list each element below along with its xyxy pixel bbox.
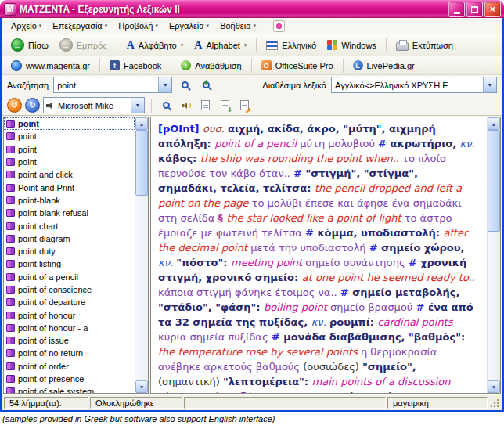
voice-value: Microsoft Mike	[55, 101, 131, 110]
list-item[interactable]: point-blank	[4, 194, 135, 207]
history-back-button[interactable]: ↺	[7, 98, 22, 113]
greek-keyboard-button[interactable]: Ελληνικό	[261, 39, 321, 52]
word-list-scrollbar[interactable]: ▲ ▼	[135, 117, 148, 393]
list-item[interactable]: point chart	[4, 219, 135, 232]
book-icon	[6, 273, 15, 281]
search-bar: Αναζήτηση ▼ Διαθέσιμα λεξικά Αγγλικό<>Ελ…	[2, 75, 502, 95]
list-item[interactable]: Point and Print	[4, 181, 135, 193]
dictionary-combo-dropdown[interactable]: ▼	[483, 77, 496, 92]
list-item[interactable]: point of honour	[4, 308, 135, 321]
minimize-button[interactable]	[448, 2, 465, 17]
alphabet-greek-button[interactable]: A Αλφάβητο ▾	[122, 38, 189, 52]
list-item[interactable]: point	[4, 156, 135, 168]
entry-segment-tr: κύρια σημεία συζήτησης	[158, 391, 287, 393]
list-item[interactable]: point of honour - a	[4, 322, 135, 334]
entry-scrollbar[interactable]: ▲ ▼	[487, 117, 500, 393]
scroll-up-button[interactable]: ▲	[135, 117, 148, 130]
windows-keyboard-button[interactable]: Windows	[322, 38, 381, 52]
list-item[interactable]: point of no return	[4, 347, 135, 359]
edit-notes-button[interactable]	[236, 97, 253, 113]
list-item-label: point duty	[18, 247, 56, 256]
entry-segment-gloss: κόμμα, υποδιαστολή:	[317, 227, 443, 239]
link-magenta-site[interactable]: www.magenta.gr	[6, 59, 95, 73]
resize-grip[interactable]	[489, 397, 500, 409]
list-item[interactable]: point and click	[4, 168, 135, 181]
back-label: Πίσω	[28, 41, 49, 50]
entry-segment-plain: (ουσιώδες)	[303, 361, 362, 373]
list-item[interactable]: point	[4, 143, 135, 156]
close-icon: ×	[490, 4, 495, 15]
entry-segment-tr: σημείο συνάντησης	[305, 257, 408, 268]
book-icon	[6, 209, 15, 217]
add-entry-button[interactable]	[217, 97, 233, 113]
alphabet-english-button[interactable]: A Alphabet ▾	[189, 38, 251, 52]
list-item-label: point	[18, 131, 37, 141]
search-button[interactable]	[177, 77, 193, 93]
scroll-thumb[interactable]	[135, 130, 148, 196]
scroll-track[interactable]	[488, 130, 500, 380]
close-button[interactable]: ×	[484, 2, 501, 17]
list-item-label: point chart	[18, 222, 58, 231]
list-item[interactable]: point diagram	[4, 232, 135, 245]
scroll-up-button[interactable]: ▲	[488, 117, 500, 130]
search-input[interactable]	[54, 81, 158, 90]
entry-segment-gloss: σημείο χώρου,	[381, 242, 464, 254]
list-item[interactable]: point duty	[4, 245, 135, 258]
list-item-label: point	[18, 145, 37, 154]
entry-segment-gloss: "λεπτομέρεια":	[223, 376, 312, 387]
list-item[interactable]: point of conscience	[4, 283, 135, 296]
zoom-button[interactable]	[158, 97, 175, 113]
voice-combo[interactable]: Microsoft Mike ▼	[43, 97, 145, 113]
link-livepedia[interactable]: L LivePedia.gr	[348, 59, 419, 72]
list-item[interactable]: point of order	[4, 360, 135, 373]
list-item[interactable]: point of presence	[4, 373, 135, 385]
entry-segment-tr: κύρια σημεία πυξίδας	[158, 331, 272, 343]
list-item[interactable]: point	[4, 117, 135, 130]
list-item[interactable]: point of sale system	[4, 385, 135, 393]
menu-item-tools[interactable]: Εργαλεία▾	[164, 20, 214, 32]
list-item-label: point of issue	[18, 336, 69, 345]
voice-combo-dropdown[interactable]: ▼	[131, 98, 144, 113]
scroll-thumb[interactable]	[488, 130, 500, 232]
scroll-down-button[interactable]: ▼	[488, 380, 500, 393]
list-item[interactable]: point listing	[4, 258, 135, 270]
menu-bar: Αρχείο▾Επεξεργασία▾Προβολή▾Εργαλεία▾Βοήθ…	[2, 18, 502, 34]
book-icon	[6, 312, 15, 319]
alphabet-greek-icon: A	[127, 40, 135, 51]
advanced-search-button[interactable]	[198, 77, 214, 93]
list-item[interactable]: point-blank refusal	[4, 207, 135, 219]
sound-wave-icon	[189, 103, 191, 108]
officesuite-icon: O	[261, 60, 272, 70]
print-button[interactable]: Εκτύπωση	[391, 38, 458, 52]
list-item[interactable]: point of departure	[4, 296, 135, 308]
list-item[interactable]: point of issue	[4, 334, 135, 347]
scroll-track[interactable]	[135, 130, 148, 380]
copy-entry-button[interactable]	[197, 97, 214, 113]
book-icon	[6, 222, 15, 230]
dictionary-combo[interactable]: Αγγλικό<>Ελληνικό ΧΡΥΣΗ Ε ▼	[331, 77, 497, 93]
menu-item-label: Βοήθεια	[220, 21, 250, 31]
book-icon	[6, 286, 15, 294]
livepedia-icon: L	[353, 60, 363, 70]
list-item[interactable]: point	[4, 130, 135, 142]
speak-entry-button[interactable]	[178, 97, 194, 113]
link-facebook[interactable]: f Facebook	[105, 59, 166, 72]
link-upgrade[interactable]: ↑ Αναβάθμιση	[176, 59, 247, 72]
magenta-icon[interactable]	[273, 20, 285, 32]
forward-button[interactable]: → Εμπρός	[55, 37, 112, 53]
menu-item-edit[interactable]: Επεξεργασία▾	[47, 20, 113, 32]
title-bar[interactable]: M MATZENTA - Εξερευνητής Λεξικών II ×	[0, 0, 504, 18]
word-list-pane: pointpointpointpointpoint and clickPoint…	[3, 117, 149, 394]
maximize-button[interactable]	[466, 2, 483, 17]
menu-item-help[interactable]: Βοήθεια▾	[214, 20, 261, 32]
search-combo-dropdown[interactable]: ▼	[158, 77, 171, 92]
back-button[interactable]: ← Πίσω	[6, 37, 53, 53]
menu-item-file[interactable]: Αρχείο▾	[5, 20, 47, 32]
menu-item-view[interactable]: Προβολή▾	[113, 20, 164, 32]
scroll-down-button[interactable]: ▼	[135, 380, 148, 393]
link-officesuite[interactable]: O OfficeSuite Pro	[257, 59, 338, 72]
list-item[interactable]: point of a pencil	[4, 271, 135, 283]
entry-segment-phr: main points of a discussion	[312, 376, 451, 387]
entry-segment-sen: at one point he seemed ready to..	[302, 272, 475, 283]
history-forward-button[interactable]: ↻	[25, 98, 40, 113]
